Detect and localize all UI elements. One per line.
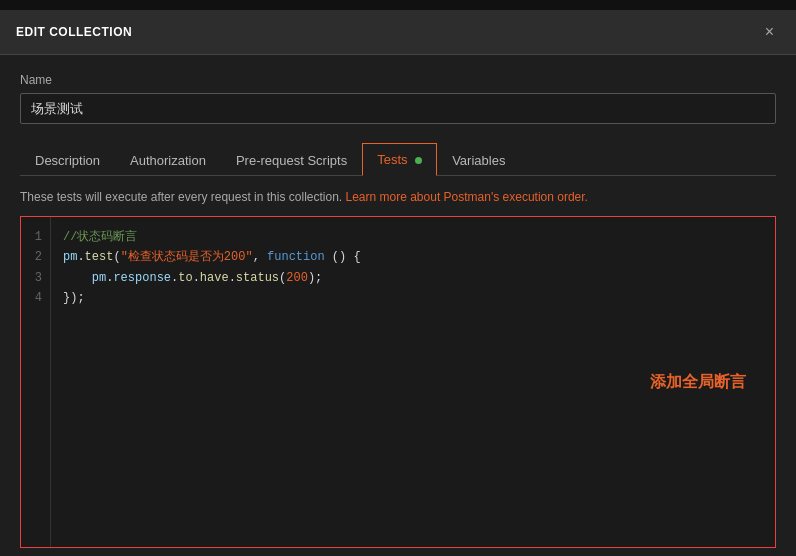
code-line-1: //状态码断言 [63, 227, 763, 247]
line-numbers: 1 2 3 4 [21, 217, 51, 547]
tests-dot-indicator [415, 157, 422, 164]
modal-body: Name Description Authorization Pre-reque… [0, 55, 796, 556]
line-num-4: 4 [29, 288, 42, 308]
modal-title: EDIT COLLECTION [16, 25, 132, 39]
line-num-2: 2 [29, 247, 42, 267]
edit-collection-modal: EDIT COLLECTION × Name Description Autho… [0, 10, 796, 556]
line-num-3: 3 [29, 268, 42, 288]
name-label: Name [20, 73, 776, 87]
modal-overlay: EDIT COLLECTION × Name Description Autho… [0, 0, 796, 556]
tab-variables[interactable]: Variables [437, 144, 520, 176]
code-line-4: }); [63, 288, 763, 308]
modal-header: EDIT COLLECTION × [0, 10, 796, 55]
collection-name-input[interactable] [20, 93, 776, 124]
tabs-bar: Description Authorization Pre-request Sc… [20, 142, 776, 176]
info-text: These tests will execute after every req… [20, 188, 776, 206]
code-line-3: pm.response.to.have.status(200); [63, 268, 763, 288]
tab-authorization[interactable]: Authorization [115, 144, 221, 176]
info-link[interactable]: Learn more about Postman's execution ord… [346, 190, 588, 204]
line-num-1: 1 [29, 227, 42, 247]
code-line-2: pm.test("检查状态码是否为200", function () { [63, 247, 763, 267]
tab-tests[interactable]: Tests [362, 143, 437, 176]
close-button[interactable]: × [759, 22, 780, 42]
annotation-text: 添加全局断言 [650, 372, 746, 393]
tab-pre-request-scripts[interactable]: Pre-request Scripts [221, 144, 362, 176]
tab-description[interactable]: Description [20, 144, 115, 176]
code-editor-outer: 1 2 3 4 //状态码断言 pm.test("检查状态码是否为200", f… [20, 216, 776, 548]
